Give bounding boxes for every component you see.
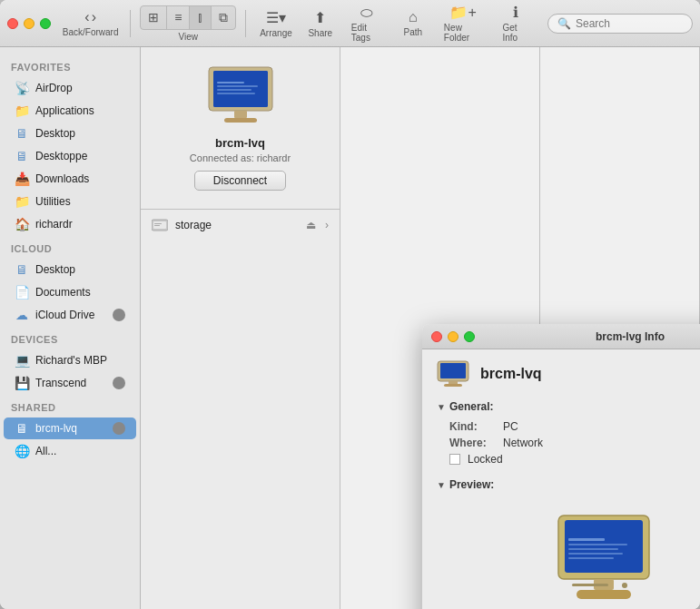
sidebar-item-brcm-lvq[interactable]: 🖥 brcm-lvq [4,417,136,439]
path-icon: ⌂ [409,9,418,25]
maximize-button[interactable] [40,18,51,29]
new-folder-button[interactable]: 📁+ New Folder [437,0,490,46]
transcend-icon: 💾 [15,376,29,390]
info-max-button[interactable] [464,331,475,342]
sidebar-label-richardr: richardr [35,218,73,231]
sidebar: Favorites 📡 AirDrop 📁 Applications 🖥 Des… [0,47,141,609]
locked-checkbox[interactable] [449,454,460,465]
sidebar-label-utilities: Utilities [35,195,71,208]
svg-rect-8 [224,118,257,123]
info-panel-title: brcm-lvg Info [484,330,700,343]
sidebar-item-desktoppe[interactable]: 🖥 Desktoppe [4,145,136,167]
storage-row[interactable]: storage ⏏ › [141,213,340,237]
preview-section [437,496,700,609]
storage-icon [152,219,168,231]
svg-rect-23 [568,557,614,559]
share-label: Share [308,28,332,38]
svg-rect-21 [568,548,618,550]
info-traffic-lights [431,331,475,342]
content-area: Favorites 📡 AirDrop 📁 Applications 🖥 Des… [0,47,700,609]
view-gallery-btn[interactable]: ⧉ [212,6,235,29]
sidebar-item-transcend[interactable]: 💾 Transcend [4,372,136,394]
svg-rect-22 [568,553,623,555]
view-icon-btn[interactable]: ⊞ [141,6,167,29]
view-list-btn[interactable]: ≡ [167,6,190,29]
sidebar-item-downloads[interactable]: 📥 Downloads [4,168,136,190]
shared-header: Shared [0,395,140,417]
info-body: brcm-lvq ▼ General: Kind: PC Where: [422,349,700,609]
preview-section-container: ▼ Preview: [437,478,700,609]
sidebar-label-downloads: Downloads [35,172,89,185]
arrow-right-icon: › [325,219,329,231]
sidebar-item-utilities[interactable]: 📁 Utilities [4,191,136,212]
sidebar-item-icloud-desktop[interactable]: 🖥 Desktop [4,259,136,280]
sidebar-item-richardr[interactable]: 🏠 richardr [4,213,136,235]
icloud-header: iCloud [0,236,140,258]
arrange-button[interactable]: ☰▾ Arrange [255,5,297,42]
edit-tags-label: Edit Tags [351,23,382,43]
sidebar-label-desktop: Desktop [35,127,75,140]
separator-1 [130,10,131,37]
sidebar-label-airdrop: AirDrop [35,82,73,94]
back-forward-button[interactable]: ‹ › Back/Forward [60,5,121,41]
preview-header: ▼ Preview: [437,478,700,491]
svg-rect-3 [217,82,244,83]
sidebar-item-all[interactable]: 🌐 All... [4,440,136,462]
svg-rect-7 [234,111,247,118]
utilities-icon: 📁 [15,194,29,209]
get-info-label: Get Info [502,23,529,43]
view-column-btn[interactable]: ⫿ [190,6,212,29]
sidebar-label-brcm-lvq: brcm-lvq [35,422,77,435]
back-forward-label: Back/Forward [63,27,119,37]
svg-rect-12 [154,225,160,226]
icloud-documents-icon: 📄 [15,285,29,300]
general-header-label: General: [449,400,494,413]
kind-label: Kind: [449,420,499,433]
sidebar-label-icloud-desktop: Desktop [35,263,75,276]
finder-columns: brcm-lvq Connected as: richardr Disconne… [141,47,700,609]
desktop-icon: 🖥 [15,126,29,141]
close-button[interactable] [7,18,18,29]
desktoppe-icon: 🖥 [15,149,29,163]
info-close-button[interactable] [431,331,442,342]
arrange-label: Arrange [260,28,292,38]
view-buttons: ⊞ ≡ ⫿ ⧉ [140,5,236,30]
sidebar-item-richards-mbp[interactable]: 💻 Richard's MBP [4,349,136,371]
svg-rect-5 [217,89,251,91]
get-info-button[interactable]: ℹ Get Info [495,0,537,46]
back-icon: ‹ [84,9,89,25]
sidebar-item-airdrop[interactable]: 📡 AirDrop [4,77,136,99]
minimize-button[interactable] [24,18,35,29]
sidebar-label-icloud-documents: Documents [35,286,91,299]
sidebar-label-applications: Applications [35,104,94,117]
search-input[interactable] [576,17,685,30]
tags-icon: ⬭ [360,5,373,21]
arrange-icon: ☰▾ [266,9,286,26]
svg-rect-4 [217,85,258,87]
svg-rect-18 [565,520,643,573]
disconnect-button[interactable]: Disconnect [194,171,286,191]
search-icon: 🔍 [557,17,571,30]
where-value: Network [503,437,543,449]
where-label: Where: [449,437,499,449]
icloud-desktop-icon: 🖥 [15,262,29,277]
edit-tags-button[interactable]: ⬭ Edit Tags [344,1,389,46]
preview-header-label: Preview: [449,478,494,491]
sidebar-item-applications[interactable]: 📁 Applications [4,100,136,122]
richards-mbp-icon: 💻 [15,353,29,368]
info-panel-titlebar: brcm-lvg Info [422,324,700,349]
icloud-drive-icon: ☁ [15,308,29,322]
eject-icon: ⏏ [306,219,316,231]
sidebar-item-icloud-drive[interactable]: ☁ iCloud Drive [4,304,136,326]
info-min-button[interactable] [448,331,458,342]
svg-point-26 [622,583,627,588]
search-bar[interactable]: 🔍 [547,14,693,34]
path-button[interactable]: ⌂ Path [395,5,431,41]
svg-rect-11 [154,223,162,224]
general-triangle: ▼ [437,402,446,412]
sidebar-item-desktop[interactable]: 🖥 Desktop [4,123,136,144]
share-button[interactable]: ⬆ Share [302,5,339,42]
richardr-icon: 🏠 [15,217,29,231]
sidebar-item-icloud-documents[interactable]: 📄 Documents [4,281,136,303]
forward-icon: › [92,9,96,25]
